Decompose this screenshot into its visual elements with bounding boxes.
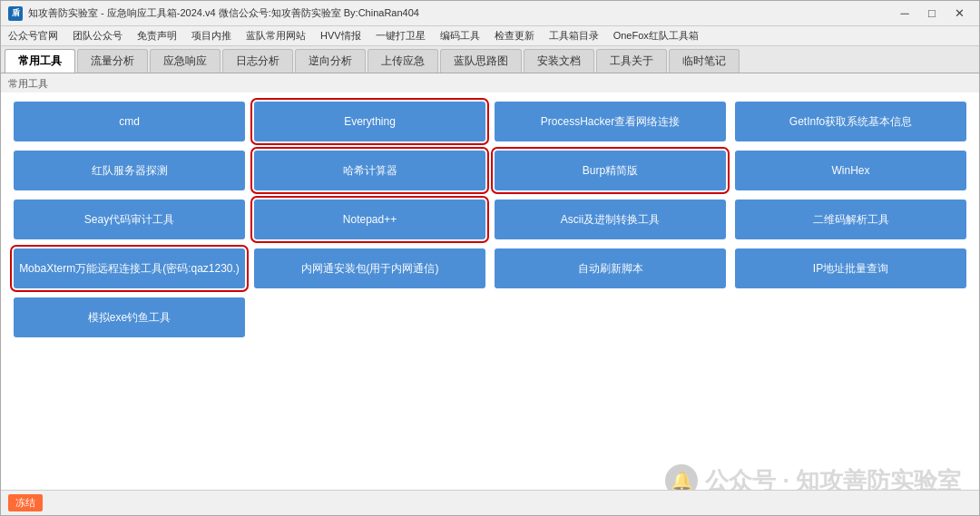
bottom-bar: 冻结: [1, 490, 979, 515]
tool-btn-r2-c2[interactable]: Ascii及进制转换工具: [495, 200, 726, 239]
tool-btn-r4-c3: [735, 297, 966, 337]
tab-8[interactable]: 工具关于: [596, 49, 667, 73]
tab-9[interactable]: 临时笔记: [669, 49, 740, 73]
tool-btn-r1-c2[interactable]: Burp精简版: [495, 151, 726, 190]
tool-btn-r2-c3[interactable]: 二维码解析工具: [735, 200, 966, 239]
tool-btn-r0-c0[interactable]: cmd: [14, 102, 245, 141]
title-bar: 盾 知攻善防实验室 - 应急响应工具箱-2024.v4 微信公众号:知攻善防实验…: [1, 1, 979, 26]
tool-btn-r3-c1[interactable]: 内网通安装包(用于内网通信): [254, 248, 485, 288]
tab-1[interactable]: 流量分析: [77, 49, 148, 73]
tool-btn-r1-c0[interactable]: 红队服务器探测: [14, 151, 245, 190]
section-label: 常用工具: [1, 73, 979, 92]
tool-btn-r3-c3[interactable]: IP地址批量查询: [735, 248, 966, 288]
freeze-button[interactable]: 冻结: [8, 494, 43, 511]
tab-bar: 常用工具流量分析应急响应日志分析逆向分析上传应急蓝队思路图安装文档工具关于临时笔…: [1, 46, 979, 73]
menu-item-6[interactable]: 一键打卫星: [372, 27, 429, 44]
tool-btn-r1-c1[interactable]: 哈希计算器: [254, 151, 485, 190]
tool-btn-r2-c0[interactable]: Seay代码审计工具: [14, 200, 245, 239]
tool-btn-r3-c2[interactable]: 自动刷新脚本: [495, 248, 726, 288]
menu-item-9[interactable]: 工具箱目录: [545, 27, 603, 44]
menu-item-8[interactable]: 检查更新: [491, 27, 538, 44]
window-title: 知攻善防实验室 - 应急响应工具箱-2024.v4 微信公众号:知攻善防实验室 …: [28, 6, 419, 20]
menu-item-5[interactable]: HVV情报: [317, 27, 365, 44]
tool-grid: cmdEverythingProcessHacker查看网络连接GetInfo获…: [8, 98, 972, 341]
minimize-button[interactable]: ─: [892, 5, 917, 23]
tab-3[interactable]: 日志分析: [222, 49, 293, 73]
menu-item-10[interactable]: OneFox红队工具箱: [610, 27, 702, 44]
tool-btn-r3-c0[interactable]: MobaXterm万能远程连接工具(密码:qaz1230.): [14, 248, 245, 288]
title-bar-controls: ─ □ ✕: [892, 5, 972, 23]
tool-btn-r4-c2: [495, 297, 726, 337]
maximize-button[interactable]: □: [919, 5, 945, 23]
menu-item-2[interactable]: 免责声明: [133, 27, 181, 44]
main-window: 盾 知攻善防实验室 - 应急响应工具箱-2024.v4 微信公众号:知攻善防实验…: [0, 0, 980, 516]
tool-btn-r0-c2[interactable]: ProcessHacker查看网络连接: [495, 102, 726, 141]
menu-item-3[interactable]: 项目内推: [188, 27, 235, 44]
tab-2[interactable]: 应急响应: [150, 49, 220, 73]
menu-item-1[interactable]: 团队公众号: [69, 27, 126, 44]
main-content: cmdEverythingProcessHacker查看网络连接GetInfo获…: [1, 92, 979, 515]
tool-btn-r4-c1: [254, 297, 485, 337]
menu-bar: 公众号官网团队公众号免责声明项目内推蓝队常用网站HVV情报一键打卫星编码工具检查…: [1, 26, 979, 46]
tab-7[interactable]: 安装文档: [524, 49, 594, 73]
tool-btn-r4-c0[interactable]: 模拟exe钓鱼工具: [14, 297, 245, 337]
tool-btn-r1-c3[interactable]: WinHex: [735, 151, 966, 190]
tab-4[interactable]: 逆向分析: [295, 49, 366, 73]
tool-btn-r0-c1[interactable]: Everything: [254, 102, 485, 141]
app-icon: 盾: [8, 6, 23, 21]
tab-0[interactable]: 常用工具: [5, 49, 75, 73]
menu-item-0[interactable]: 公众号官网: [5, 27, 62, 44]
menu-item-7[interactable]: 编码工具: [436, 27, 484, 44]
tool-btn-r2-c1[interactable]: Notepad++: [254, 200, 485, 239]
tab-5[interactable]: 上传应急: [368, 49, 438, 73]
title-bar-left: 盾 知攻善防实验室 - 应急响应工具箱-2024.v4 微信公众号:知攻善防实验…: [8, 6, 419, 21]
close-button[interactable]: ✕: [946, 5, 972, 23]
tool-btn-r0-c3[interactable]: GetInfo获取系统基本信息: [735, 102, 966, 141]
tab-6[interactable]: 蓝队思路图: [440, 49, 522, 73]
menu-item-4[interactable]: 蓝队常用网站: [242, 27, 309, 44]
